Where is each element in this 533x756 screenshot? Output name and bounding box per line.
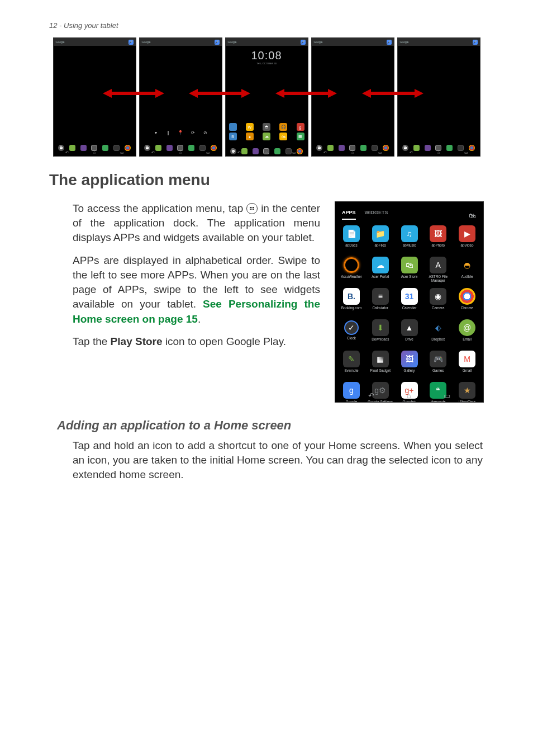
app-label: Float Gadget (368, 369, 393, 376)
app-label: ASTRO File Manager (425, 275, 451, 282)
mic-icon: 🎤 (473, 40, 478, 45)
app-label: Camera (425, 306, 451, 314)
app-icon: 🖼 (401, 351, 418, 367)
app-icon: 📁 (372, 225, 389, 242)
text: Tap the (73, 336, 111, 347)
mini-app-icon (229, 123, 237, 131)
nav-back-icon: ↶ (408, 150, 415, 155)
app-icon: ▶ (459, 225, 475, 242)
dock-chrome-icon (125, 145, 131, 151)
app-icon: ▲ (401, 319, 418, 336)
app-icon (459, 288, 475, 305)
app-cell: 🖼Gallery (397, 351, 422, 376)
app-icon: ♫ (401, 225, 418, 242)
app-icon: 🖼 (430, 225, 446, 242)
app-label: Google (339, 400, 364, 403)
app-label: Chrome (454, 306, 480, 314)
text: icon to open Google Play. (163, 336, 286, 347)
dock-phone-icon (316, 145, 322, 151)
mic-icon: 🎤 (387, 40, 392, 45)
search-label: Google (56, 40, 65, 44)
mic-icon: 🎤 (215, 40, 220, 45)
mini-app-icon: W (246, 123, 254, 131)
app-cell: @Email (454, 319, 480, 345)
search-label: Google (228, 40, 237, 44)
clock-date: THU, OCTOBER 30 (226, 62, 308, 65)
mini-app-icon: ◓ (263, 123, 270, 131)
app-label: Drive (397, 338, 422, 345)
mini-app-icon: 🛍 (279, 133, 287, 140)
app-label: Acer Portal (368, 275, 393, 282)
text: . (198, 313, 201, 325)
app-label: Evernote (339, 369, 364, 376)
nav-recent-icon: ▭ (204, 150, 211, 155)
tab-apps: APPS (342, 210, 356, 220)
app-icon: 🛍 (401, 257, 418, 273)
nav-back-icon: ↶ (236, 150, 242, 155)
app-label: Downloads (368, 338, 393, 345)
paragraph-1: To access the application menu, tap in t… (49, 201, 320, 245)
dock-app-icon (339, 145, 345, 151)
app-icon: ▦ (372, 351, 389, 367)
dock-camera-icon (199, 145, 206, 151)
app-label: Clock (339, 337, 364, 344)
app-label: Gmail (454, 369, 480, 376)
app-icon: 🎮 (430, 351, 446, 367)
app-label: abMusic (397, 244, 422, 251)
dock-apps-icon (91, 145, 97, 151)
clock-time: 10:08 (226, 49, 308, 62)
dock-apps-icon (349, 145, 355, 151)
homescreen-shot-4: Google🎤 ↶⌂▭ (311, 37, 394, 157)
dock-chrome-icon (469, 145, 475, 151)
dock-app-icon (413, 145, 420, 151)
homescreen-carousel-figure: Google🎤 ↶⌂▭ Google🎤 ▾ ‖ 📍 ⟳ (49, 37, 484, 157)
app-icon: ≡ (372, 288, 389, 305)
mini-app-icon: ▦ (297, 133, 304, 140)
dock-play-icon (102, 145, 108, 151)
nav-recent-icon: ▭ (444, 391, 450, 400)
dock-phone-icon (58, 145, 64, 151)
app-icon: ◓ (459, 257, 475, 273)
nav-back-icon: ↶ (64, 150, 70, 155)
app-cell: 🖼abPhoto (425, 225, 451, 251)
homescreen-shot-3: Google🎤 10:08 THU, OCTOBER 30 W ◓ 🎧 g B … (225, 37, 308, 157)
app-label: Google Settings (368, 400, 393, 403)
app-cell: ✓Clock (339, 319, 364, 345)
ctrl-pause-icon: ‖ (165, 130, 171, 136)
dock-play-icon (446, 145, 453, 151)
dock-app-icon (425, 145, 431, 151)
mini-app-icon: g (297, 123, 304, 131)
dock-app-icon (166, 145, 173, 151)
nav-home-icon: ⌂ (349, 150, 356, 155)
app-label: Google+ (397, 400, 422, 403)
app-icon: ✎ (343, 351, 360, 367)
ctrl-stop-icon: ⊘ (202, 130, 208, 136)
dock-app-icon (69, 145, 75, 151)
search-label: Google (400, 40, 409, 44)
search-label: Google (314, 40, 323, 44)
dock-play-icon (188, 145, 194, 151)
app-cell: ≡Calculator (368, 288, 393, 314)
app-label: Booking.com (339, 306, 364, 314)
app-cell: ◉Camera (425, 288, 451, 314)
app-icon: A (430, 257, 446, 273)
app-cell: ▲Drive (397, 319, 422, 345)
paragraph-3: Tap the Play Store icon to open Google P… (49, 334, 320, 349)
app-icon: ✓ (344, 320, 359, 335)
nav-home-icon: ⌂ (435, 150, 442, 155)
dock-app-icon (327, 145, 334, 151)
app-label: abPhoto (425, 244, 451, 251)
homescreen-shot-2: Google🎤 ▾ ‖ 📍 ⟳ ⊘ ↶⌂▭ (139, 37, 222, 157)
dock-app-icon (80, 145, 87, 151)
nav-recent-icon: ▭ (291, 150, 297, 155)
app-cell: Chrome (454, 288, 480, 314)
app-label: Acer Store (397, 275, 422, 282)
app-icon: @ (459, 319, 475, 336)
app-cell: 📄abDocs (339, 225, 364, 251)
dock-phone-icon (402, 145, 408, 151)
dock-phone-icon (144, 145, 150, 151)
app-icon: ⬖ (430, 319, 446, 336)
app-label: abFiles (368, 244, 393, 251)
nav-home-icon: ⌂ (407, 391, 411, 400)
ctrl-down-icon: ▾ (153, 130, 159, 136)
